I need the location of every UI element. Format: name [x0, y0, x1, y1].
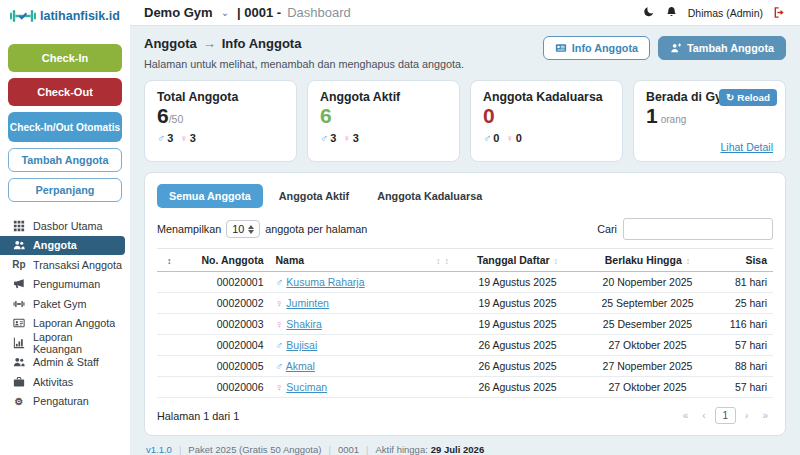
user-name[interactable]: Dhimas (Admin)	[688, 7, 763, 19]
col-no-anggota[interactable]: No. Anggota	[178, 249, 270, 272]
pagination: « ‹ 1 › »	[678, 407, 773, 424]
grid-icon	[12, 220, 26, 232]
female-icon: ♀	[276, 318, 284, 330]
page-description: Halaman untuk melihat, menambah dan meng…	[144, 58, 464, 70]
dark-mode-icon[interactable]	[642, 6, 655, 19]
version-link[interactable]: v1.1.0	[146, 444, 172, 455]
male-icon: ♂	[483, 132, 491, 144]
ingym-value: 1	[646, 104, 658, 127]
col-sisa[interactable]: Sisa	[715, 249, 773, 272]
sidebar-item-dasbor-utama[interactable]: Dasbor Utama	[0, 216, 130, 236]
col-tanggal-daftar[interactable]: Tanggal Daftar↕	[455, 249, 580, 272]
page-first-button[interactable]: «	[678, 408, 694, 423]
female-icon: ♀	[276, 297, 284, 309]
expired-value: 0	[483, 104, 610, 128]
extend-button[interactable]: Perpanjang	[8, 178, 122, 202]
sort-icon[interactable]: ↕	[167, 256, 172, 266]
sort-icon[interactable]: ↕	[436, 256, 441, 266]
page-size-select[interactable]: 10	[226, 220, 260, 238]
nav-label: Pengaturan	[33, 395, 89, 407]
member-link[interactable]: Suciman	[286, 381, 327, 393]
table-row: 00020004 ♂ Bujisai 26 Agustus 2025 27 Ok…	[157, 335, 773, 356]
briefcase-icon	[12, 376, 26, 388]
app-logo: latihanfisik.id	[0, 0, 130, 32]
female-icon: ♀	[342, 132, 350, 144]
sidebar-item-pengaturan[interactable]: ⚙ Pengaturan	[0, 392, 130, 412]
active-until-date: 29 Juli 2026	[431, 444, 484, 455]
table-row: 00020002 ♀ Juminten 19 Agustus 2025 25 S…	[157, 293, 773, 314]
sidebar-item-anggota[interactable]: Anggota	[0, 236, 125, 256]
table-row: 00020003 ♀ Shakira 19 Agustus 2025 25 De…	[157, 314, 773, 335]
gym-code-footer: 0001	[338, 444, 359, 455]
sidebar-item-laporan-keuangan[interactable]: Laporan Keuangan	[0, 333, 130, 353]
total-max: /50	[169, 113, 184, 125]
footer: v1.1.0 Paket 2025 (Gratis 50 Anggota) 00…	[144, 444, 786, 455]
sidebar-item-paket-gym[interactable]: Paket Gym	[0, 294, 130, 314]
sidebar-item-transaksi-anggota[interactable]: Rp Transaksi Anggota	[0, 255, 130, 275]
sort-icon[interactable]: ↕	[554, 256, 559, 266]
gear-icon: ⚙	[12, 396, 26, 407]
member-link[interactable]: Shakira	[286, 318, 322, 330]
female-icon: ♀	[179, 132, 187, 144]
tab-semua-anggota[interactable]: Semua Anggota	[157, 184, 263, 208]
select-carets-icon	[248, 225, 254, 234]
add-member-sidebar-button[interactable]: Tambah Anggota	[8, 148, 122, 172]
gym-code: | 0001 -	[237, 5, 281, 20]
page-prev-button[interactable]: ‹	[697, 408, 710, 423]
breadcrumb-parent[interactable]: Anggota	[144, 36, 197, 51]
nav-label: Pengumuman	[33, 278, 100, 290]
sidebar-actions: Check-In Check-Out Check-In/Out Otomatis…	[0, 32, 130, 202]
search-label: Cari	[597, 223, 617, 235]
active-value: 6	[320, 104, 447, 128]
tab-anggota-aktif[interactable]: Anggota Aktif	[267, 184, 361, 208]
admin-users-icon	[12, 356, 26, 368]
gym-name-dropdown[interactable]: Demo Gym	[144, 5, 213, 20]
page-next-button[interactable]: ›	[740, 408, 753, 423]
reload-icon: ↻	[726, 92, 734, 103]
member-link[interactable]: Juminten	[286, 297, 329, 309]
page-last-button[interactable]: »	[757, 408, 773, 423]
members-panel: Semua Anggota Anggota Aktif Anggota Kada…	[144, 172, 786, 436]
dumbbell-check-icon	[10, 8, 36, 24]
sort-icon[interactable]: ↕	[445, 256, 450, 266]
member-link[interactable]: Bujisai	[286, 339, 317, 351]
search-input[interactable]	[623, 218, 773, 240]
info-anggota-button[interactable]: Info Anggota	[543, 36, 650, 60]
breadcrumb-arrow-icon: →	[203, 36, 216, 51]
chevron-down-icon[interactable]: ⌄	[221, 7, 229, 18]
id-card-icon	[555, 42, 567, 54]
auto-checkinout-button[interactable]: Check-In/Out Otomatis	[8, 112, 122, 142]
notifications-bell-icon[interactable]	[665, 6, 678, 19]
tambah-anggota-button[interactable]: Tambah Anggota	[658, 36, 786, 60]
lihat-detail-link[interactable]: Lihat Detail	[720, 141, 773, 153]
female-icon: ♀	[505, 132, 513, 144]
col-berlaku-hingga[interactable]: Berlaku Hingga↕	[580, 249, 715, 272]
nav-label: Admin & Staff	[33, 356, 99, 368]
checkin-button[interactable]: Check-In	[8, 44, 122, 72]
card-anggota-aktif: Anggota Aktif 6 ♂3♀3	[307, 80, 460, 162]
col-nama[interactable]: Nama↕↕	[270, 249, 456, 272]
table-row: 00020006 ♀ Suciman 26 Agustus 2025 27 Ok…	[157, 377, 773, 398]
tab-anggota-kadaluarsa[interactable]: Anggota Kadaluarsa	[365, 184, 494, 208]
male-icon: ♂	[276, 339, 284, 351]
nav-label: Anggota	[33, 239, 77, 251]
male-icon: ♂	[157, 132, 165, 144]
nav-label: Laporan Anggota	[33, 317, 115, 329]
sidebar-item-pengumuman[interactable]: Pengumuman	[0, 275, 130, 295]
member-link[interactable]: Kusuma Raharja	[286, 276, 364, 288]
logout-icon[interactable]	[773, 6, 786, 19]
checkout-button[interactable]: Check-Out	[8, 78, 122, 106]
page-size-suffix: anggota per halaman	[265, 223, 367, 235]
plan-info: Paket 2025 (Gratis 50 Anggota)	[188, 444, 321, 455]
reload-button[interactable]: ↻Reload	[719, 89, 777, 106]
active-until-label: Aktif hingga:	[376, 444, 428, 455]
sidebar-item-aktivitas[interactable]: Aktivitas	[0, 372, 130, 392]
table-row: 00020001 ♂ Kusuma Raharja 19 Agustus 202…	[157, 272, 773, 293]
page-size-prefix: Menampilkan	[157, 223, 221, 235]
sidebar-item-admin-staff[interactable]: Admin & Staff	[0, 353, 130, 373]
nav-label: Laporan Keuangan	[33, 331, 124, 355]
card-anggota-kadaluarsa: Anggota Kadaluarsa 0 ♂0♀0	[470, 80, 623, 162]
member-link[interactable]: Akmal	[286, 360, 315, 372]
sort-icon[interactable]: ↕	[686, 256, 691, 266]
page-1-button[interactable]: 1	[715, 407, 737, 424]
